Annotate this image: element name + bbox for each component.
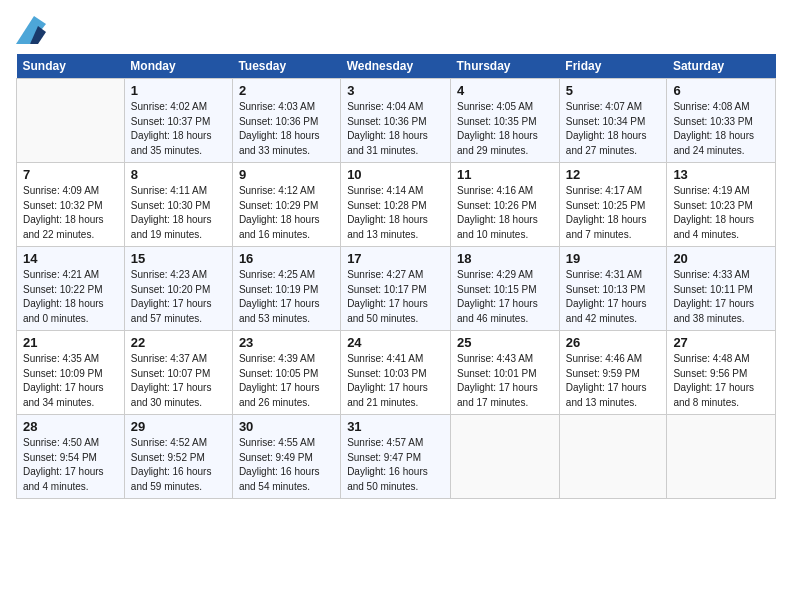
day-info: Sunrise: 4:35 AM Sunset: 10:09 PM Daylig…: [23, 352, 118, 410]
day-info: Sunrise: 4:39 AM Sunset: 10:05 PM Daylig…: [239, 352, 334, 410]
day-info: Sunrise: 4:09 AM Sunset: 10:32 PM Daylig…: [23, 184, 118, 242]
col-header-tuesday: Tuesday: [232, 54, 340, 79]
day-info: Sunrise: 4:14 AM Sunset: 10:28 PM Daylig…: [347, 184, 444, 242]
calendar-cell: 7Sunrise: 4:09 AM Sunset: 10:32 PM Dayli…: [17, 163, 125, 247]
calendar-cell: 28Sunrise: 4:50 AM Sunset: 9:54 PM Dayli…: [17, 415, 125, 499]
day-info: Sunrise: 4:48 AM Sunset: 9:56 PM Dayligh…: [673, 352, 769, 410]
week-row-3: 14Sunrise: 4:21 AM Sunset: 10:22 PM Dayl…: [17, 247, 776, 331]
day-number: 2: [239, 83, 334, 98]
calendar-header-row: SundayMondayTuesdayWednesdayThursdayFrid…: [17, 54, 776, 79]
day-number: 4: [457, 83, 553, 98]
calendar-cell: 8Sunrise: 4:11 AM Sunset: 10:30 PM Dayli…: [124, 163, 232, 247]
day-info: Sunrise: 4:29 AM Sunset: 10:15 PM Daylig…: [457, 268, 553, 326]
day-number: 22: [131, 335, 226, 350]
day-number: 26: [566, 335, 661, 350]
logo: [16, 16, 50, 44]
calendar-cell: 24Sunrise: 4:41 AM Sunset: 10:03 PM Dayl…: [341, 331, 451, 415]
day-info: Sunrise: 4:43 AM Sunset: 10:01 PM Daylig…: [457, 352, 553, 410]
calendar-cell: 16Sunrise: 4:25 AM Sunset: 10:19 PM Dayl…: [232, 247, 340, 331]
day-info: Sunrise: 4:33 AM Sunset: 10:11 PM Daylig…: [673, 268, 769, 326]
day-number: 25: [457, 335, 553, 350]
day-number: 9: [239, 167, 334, 182]
day-info: Sunrise: 4:37 AM Sunset: 10:07 PM Daylig…: [131, 352, 226, 410]
day-number: 11: [457, 167, 553, 182]
day-info: Sunrise: 4:11 AM Sunset: 10:30 PM Daylig…: [131, 184, 226, 242]
day-info: Sunrise: 4:17 AM Sunset: 10:25 PM Daylig…: [566, 184, 661, 242]
day-number: 20: [673, 251, 769, 266]
calendar-cell: 9Sunrise: 4:12 AM Sunset: 10:29 PM Dayli…: [232, 163, 340, 247]
day-info: Sunrise: 4:12 AM Sunset: 10:29 PM Daylig…: [239, 184, 334, 242]
day-info: Sunrise: 4:23 AM Sunset: 10:20 PM Daylig…: [131, 268, 226, 326]
col-header-saturday: Saturday: [667, 54, 776, 79]
calendar-cell: 19Sunrise: 4:31 AM Sunset: 10:13 PM Dayl…: [559, 247, 667, 331]
day-number: 30: [239, 419, 334, 434]
calendar-cell: 26Sunrise: 4:46 AM Sunset: 9:59 PM Dayli…: [559, 331, 667, 415]
day-number: 29: [131, 419, 226, 434]
day-info: Sunrise: 4:21 AM Sunset: 10:22 PM Daylig…: [23, 268, 118, 326]
day-info: Sunrise: 4:55 AM Sunset: 9:49 PM Dayligh…: [239, 436, 334, 494]
calendar-cell: 13Sunrise: 4:19 AM Sunset: 10:23 PM Dayl…: [667, 163, 776, 247]
day-number: 6: [673, 83, 769, 98]
calendar-cell: 6Sunrise: 4:08 AM Sunset: 10:33 PM Dayli…: [667, 79, 776, 163]
day-number: 8: [131, 167, 226, 182]
day-info: Sunrise: 4:07 AM Sunset: 10:34 PM Daylig…: [566, 100, 661, 158]
col-header-thursday: Thursday: [451, 54, 560, 79]
week-row-2: 7Sunrise: 4:09 AM Sunset: 10:32 PM Dayli…: [17, 163, 776, 247]
col-header-monday: Monday: [124, 54, 232, 79]
col-header-friday: Friday: [559, 54, 667, 79]
calendar-cell: 11Sunrise: 4:16 AM Sunset: 10:26 PM Dayl…: [451, 163, 560, 247]
day-number: 28: [23, 419, 118, 434]
calendar-cell: 14Sunrise: 4:21 AM Sunset: 10:22 PM Dayl…: [17, 247, 125, 331]
calendar-cell: 30Sunrise: 4:55 AM Sunset: 9:49 PM Dayli…: [232, 415, 340, 499]
day-info: Sunrise: 4:19 AM Sunset: 10:23 PM Daylig…: [673, 184, 769, 242]
day-number: 10: [347, 167, 444, 182]
day-number: 13: [673, 167, 769, 182]
day-number: 15: [131, 251, 226, 266]
day-info: Sunrise: 4:31 AM Sunset: 10:13 PM Daylig…: [566, 268, 661, 326]
day-info: Sunrise: 4:46 AM Sunset: 9:59 PM Dayligh…: [566, 352, 661, 410]
day-info: Sunrise: 4:03 AM Sunset: 10:36 PM Daylig…: [239, 100, 334, 158]
calendar-cell: 18Sunrise: 4:29 AM Sunset: 10:15 PM Dayl…: [451, 247, 560, 331]
day-number: 31: [347, 419, 444, 434]
day-number: 24: [347, 335, 444, 350]
day-number: 14: [23, 251, 118, 266]
day-number: 23: [239, 335, 334, 350]
calendar-cell: 17Sunrise: 4:27 AM Sunset: 10:17 PM Dayl…: [341, 247, 451, 331]
calendar-table: SundayMondayTuesdayWednesdayThursdayFrid…: [16, 54, 776, 499]
day-number: 12: [566, 167, 661, 182]
day-info: Sunrise: 4:41 AM Sunset: 10:03 PM Daylig…: [347, 352, 444, 410]
calendar-cell: 10Sunrise: 4:14 AM Sunset: 10:28 PM Dayl…: [341, 163, 451, 247]
day-info: Sunrise: 4:08 AM Sunset: 10:33 PM Daylig…: [673, 100, 769, 158]
col-header-wednesday: Wednesday: [341, 54, 451, 79]
logo-icon: [16, 16, 46, 44]
week-row-1: 1Sunrise: 4:02 AM Sunset: 10:37 PM Dayli…: [17, 79, 776, 163]
day-number: 16: [239, 251, 334, 266]
day-info: Sunrise: 4:16 AM Sunset: 10:26 PM Daylig…: [457, 184, 553, 242]
day-number: 3: [347, 83, 444, 98]
day-number: 1: [131, 83, 226, 98]
day-info: Sunrise: 4:25 AM Sunset: 10:19 PM Daylig…: [239, 268, 334, 326]
calendar-cell: 23Sunrise: 4:39 AM Sunset: 10:05 PM Dayl…: [232, 331, 340, 415]
day-info: Sunrise: 4:04 AM Sunset: 10:36 PM Daylig…: [347, 100, 444, 158]
day-number: 19: [566, 251, 661, 266]
calendar-cell: 25Sunrise: 4:43 AM Sunset: 10:01 PM Dayl…: [451, 331, 560, 415]
calendar-cell: 4Sunrise: 4:05 AM Sunset: 10:35 PM Dayli…: [451, 79, 560, 163]
calendar-cell: [451, 415, 560, 499]
day-number: 27: [673, 335, 769, 350]
day-info: Sunrise: 4:52 AM Sunset: 9:52 PM Dayligh…: [131, 436, 226, 494]
calendar-cell: [17, 79, 125, 163]
calendar-cell: 21Sunrise: 4:35 AM Sunset: 10:09 PM Dayl…: [17, 331, 125, 415]
day-number: 18: [457, 251, 553, 266]
day-info: Sunrise: 4:05 AM Sunset: 10:35 PM Daylig…: [457, 100, 553, 158]
calendar-cell: 12Sunrise: 4:17 AM Sunset: 10:25 PM Dayl…: [559, 163, 667, 247]
calendar-cell: 22Sunrise: 4:37 AM Sunset: 10:07 PM Dayl…: [124, 331, 232, 415]
col-header-sunday: Sunday: [17, 54, 125, 79]
calendar-cell: 27Sunrise: 4:48 AM Sunset: 9:56 PM Dayli…: [667, 331, 776, 415]
page-header: [16, 16, 776, 44]
day-number: 21: [23, 335, 118, 350]
calendar-cell: [667, 415, 776, 499]
calendar-cell: 20Sunrise: 4:33 AM Sunset: 10:11 PM Dayl…: [667, 247, 776, 331]
day-number: 17: [347, 251, 444, 266]
calendar-cell: 31Sunrise: 4:57 AM Sunset: 9:47 PM Dayli…: [341, 415, 451, 499]
day-number: 7: [23, 167, 118, 182]
